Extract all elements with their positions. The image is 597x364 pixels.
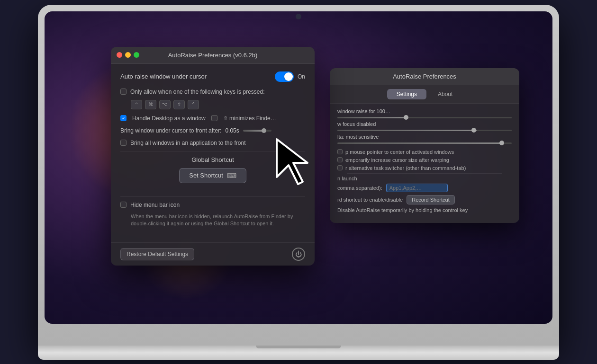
window-front-content: Auto raise window under cursor On Only a…: [111, 64, 315, 243]
window-front-title: AutoRaise Preferences (v0.6.2b): [168, 52, 258, 59]
delay-slider[interactable]: [243, 130, 271, 132]
window-front: AutoRaise Preferences (v0.6.2b) Auto rai…: [111, 47, 315, 266]
shortcut-icon: ⌨: [227, 172, 236, 179]
tab-settings[interactable]: Settings: [387, 89, 426, 99]
global-shortcut-label: Global Shortcut: [120, 156, 305, 163]
power-button[interactable]: ⏻: [292, 248, 305, 261]
back-shortcut-row: rd shortcut to enable/disable Record Sho…: [337, 195, 512, 204]
hide-menubar-row: Hide menu bar icon: [120, 202, 305, 208]
hide-menubar-section: Hide menu bar icon When the menu bar ico…: [120, 202, 305, 228]
macbook-screen: AutoRaise Preferences Settings About win…: [45, 11, 552, 324]
only-allow-label: Only allow when one of the following key…: [130, 89, 264, 95]
back-slider3-row: lta: most sensitive: [337, 134, 512, 140]
window-back-tabs[interactable]: Settings About: [330, 85, 519, 104]
back-checkbox1: p mouse pointer to center of activated w…: [337, 149, 512, 155]
restore-defaults-button[interactable]: Restore Default Settings: [120, 248, 194, 260]
minimizes-finder-checkbox[interactable]: [211, 115, 217, 121]
auto-raise-label: Auto raise window under cursor: [120, 73, 207, 80]
bottom-bar: Restore Default Settings ⏻: [111, 242, 315, 266]
delay-value: 0.05s: [225, 127, 239, 134]
window-back-titlebar: AutoRaise Preferences: [330, 68, 519, 85]
back-checkbox3-label: r alternative task switcher (other than …: [345, 165, 466, 171]
auto-raise-toggle[interactable]: [275, 71, 294, 82]
toggle-container: On: [275, 71, 305, 82]
macbook-notch: [256, 346, 341, 348]
only-allow-checkbox[interactable]: [120, 89, 127, 95]
back-slider1[interactable]: [337, 117, 512, 118]
set-shortcut-button[interactable]: Set Shortcut ⌨: [179, 168, 246, 183]
minimizes-finder-label: ⇧ minimizes Finde…: [223, 115, 276, 122]
bring-window-row: Bring window under cursor to front after…: [120, 127, 305, 134]
macbook-bottom: [38, 346, 559, 360]
close-button[interactable]: [117, 52, 122, 58]
window-back-title: AutoRaise Preferences: [393, 73, 456, 80]
handle-desktop-row: ✓ Handle Desktop as a window ⇧ minimizes…: [120, 115, 305, 122]
window-back-content: window raise for 100… w focus disabled l…: [330, 104, 519, 223]
back-checkbox2-label: emporarily increase cursor size after wa…: [345, 157, 449, 163]
window-front-titlebar: AutoRaise Preferences (v0.6.2b): [111, 47, 315, 64]
back-slider2-label: w focus disabled: [337, 121, 376, 127]
back-apps-input[interactable]: [386, 184, 448, 192]
back-shortcut-label: rd shortcut to enable/disable: [337, 197, 403, 203]
handle-desktop-label: Handle Desktop as a window: [132, 115, 206, 122]
zoom-button[interactable]: [134, 52, 139, 58]
back-slider3-label: lta: most sensitive: [337, 134, 379, 140]
minimize-button[interactable]: [125, 52, 131, 58]
cmd-key[interactable]: ⌘: [145, 100, 156, 109]
back-input-label: comma separated):: [337, 185, 382, 191]
only-allow-row: Only allow when one of the following key…: [120, 89, 305, 95]
hide-menubar-desc: When the menu bar icon is hidden, relaun…: [131, 213, 305, 228]
caret-key[interactable]: ^: [188, 100, 199, 109]
record-shortcut-button[interactable]: Record Shortcut: [407, 195, 454, 204]
divider1: [120, 151, 305, 151]
key-icons-row: ⌃ ⌘ ⌥ ⇧ ^: [131, 100, 305, 109]
back-slider2-row: w focus disabled: [337, 121, 512, 127]
back-divider1: [347, 147, 502, 147]
back-slider1-row: window raise for 100…: [337, 108, 512, 114]
toggle-on-label: On: [298, 73, 305, 80]
ctrl-key[interactable]: ⌃: [131, 100, 142, 109]
back-divider2: [347, 173, 502, 174]
back-launch-label: n launch: [337, 176, 357, 181]
back-checkbox2: emporarily increase cursor size after wa…: [337, 157, 512, 163]
back-slider3[interactable]: [337, 142, 512, 144]
traffic-lights: [117, 52, 139, 58]
back-slider1-label: window raise for 100…: [337, 108, 390, 114]
back-input-row: comma separated):: [337, 184, 512, 192]
bring-all-row: Bring all windows in an application to t…: [120, 140, 305, 146]
macbook-outer: AutoRaise Preferences Settings About win…: [38, 5, 559, 346]
bring-window-label: Bring window under cursor to front after…: [120, 127, 221, 134]
hide-menubar-checkbox[interactable]: [120, 202, 127, 208]
back-checkbox3: r alternative task switcher (other than …: [337, 165, 512, 171]
back-launch-row: n launch: [337, 176, 512, 181]
camera-notch: [296, 14, 301, 19]
hide-menubar-label: Hide menu bar icon: [130, 202, 180, 208]
macbook-container: AutoRaise Preferences Settings About win…: [38, 5, 559, 360]
bring-all-label: Bring all windows in an application to t…: [130, 140, 245, 146]
divider2: [120, 196, 305, 197]
shift-key[interactable]: ⇧: [173, 100, 185, 109]
back-slider2[interactable]: [337, 130, 512, 131]
back-disable-label: Disable AutoRaise temporarily by holding…: [337, 207, 468, 213]
back-checkbox1-label: p mouse pointer to center of activated w…: [345, 149, 454, 155]
bring-all-checkbox[interactable]: [120, 140, 127, 146]
back-disable-row: Disable AutoRaise temporarily by holding…: [337, 207, 512, 213]
opt-key[interactable]: ⌥: [159, 100, 171, 109]
tab-about[interactable]: About: [428, 89, 462, 99]
set-shortcut-label: Set Shortcut: [189, 172, 223, 179]
window-back: AutoRaise Preferences Settings About win…: [330, 68, 519, 223]
auto-raise-row: Auto raise window under cursor On: [120, 71, 305, 82]
handle-desktop-checkbox[interactable]: ✓: [120, 115, 127, 121]
